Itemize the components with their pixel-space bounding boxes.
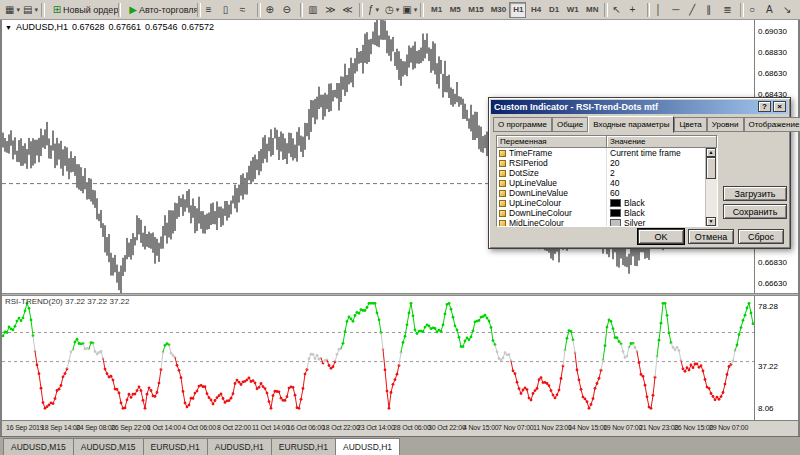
param-name-cell: MidLineColour <box>497 218 607 226</box>
dialog-tab-about[interactable]: О программе <box>493 117 552 132</box>
timeframe-m1-button[interactable]: M1 <box>427 2 445 18</box>
zoom-in-button[interactable]: ⊕ <box>264 2 280 18</box>
dialog-tab-levels[interactable]: Уровни <box>707 117 744 132</box>
column-value[interactable]: Значение <box>607 136 717 148</box>
param-row-MidLineColour[interactable]: MidLineColourSilver <box>497 218 706 226</box>
toolbar-separator <box>604 3 608 17</box>
vertical-line-button[interactable]: │ <box>653 2 669 18</box>
indicator-axis-label: 8.06 <box>758 404 774 413</box>
close-button[interactable]: × <box>773 101 786 112</box>
timeframe-d1-button[interactable]: D1 <box>545 2 562 18</box>
param-value-cell[interactable]: 2 <box>607 168 706 178</box>
param-value-cell[interactable]: 20 <box>607 158 706 168</box>
cancel-button[interactable]: Отмена <box>688 229 734 244</box>
equidistant-channel-button[interactable]: ∥ <box>704 2 720 18</box>
timeframe-m5-button[interactable]: M5 <box>446 2 464 18</box>
fibonacci-button[interactable]: ≣ <box>721 2 737 18</box>
chevron-down-icon[interactable]: ▼ <box>5 24 12 31</box>
save-button[interactable]: Сохранить <box>723 204 787 219</box>
cursor-button[interactable]: ↖ <box>611 2 627 18</box>
time-axis[interactable]: 16 Sep 201918 Sep 14:0024 Sep 08:0026 Se… <box>2 420 798 436</box>
dialog-bottom-buttons: OK Отмена Сброс <box>489 229 784 244</box>
chevron-down-icon: ▾ <box>34 6 38 14</box>
param-row-TimeFrame[interactable]: TimeFrameCurrent time frame <box>497 148 706 158</box>
auto-trading-icon: ▶ <box>129 3 137 17</box>
shapes-button[interactable]: ○ <box>747 2 763 18</box>
chart-tab-4[interactable]: EURUSD,H1 <box>271 438 336 455</box>
chart-tab-1[interactable]: AUDUSD,M15 <box>73 438 144 455</box>
trendline-button[interactable]: ╱ <box>687 2 703 18</box>
toolbar-separator <box>118 3 122 17</box>
param-row-RSIPeriod[interactable]: RSIPeriod20 <box>497 158 706 168</box>
param-name: DotSize <box>509 168 539 178</box>
crosshair-button[interactable]: + <box>628 2 644 18</box>
indicator-axis[interactable]: 78.2837.228.06 <box>754 296 798 420</box>
timeframe-mn-button[interactable]: MN <box>582 2 601 18</box>
periods-button[interactable]: ◷▾ <box>383 2 399 18</box>
fibonacci-icon: ≣ <box>723 3 731 17</box>
dialog-tab-visualization[interactable]: Отображение <box>744 117 800 132</box>
zoom-in-icon: ⊕ <box>266 3 274 17</box>
timeframe-m15-button[interactable]: M15 <box>464 2 485 18</box>
text-label-button[interactable]: A <box>764 2 780 18</box>
tile-windows-button[interactable]: ▥ <box>306 2 322 18</box>
chart-shift-button[interactable]: ≪ <box>340 2 356 18</box>
timeframe-h4-button[interactable]: H4 <box>527 2 544 18</box>
new-chart-button[interactable]: ▦▾ <box>3 2 20 18</box>
line-chart-button[interactable]: ≈ <box>238 2 254 18</box>
timeframe-m30-button[interactable]: M30 <box>487 2 508 18</box>
dialog-titlebar[interactable]: Custom Indicator - RSI-Trend-Dots mtf ? … <box>491 100 788 114</box>
arrow-tool-button[interactable]: ↘ <box>781 2 797 18</box>
param-value-cell[interactable]: Silver <box>607 218 706 226</box>
timeframe-h1-button[interactable]: H1 <box>509 2 526 18</box>
time-axis-label: 16 Sep 2019 <box>6 424 44 431</box>
param-name: TimeFrame <box>509 148 552 158</box>
new-order-button[interactable]: ⊞Новый ордер <box>48 2 115 18</box>
dialog-tab-colors[interactable]: Цвета <box>674 117 706 132</box>
scroll-down-icon[interactable]: ▼ <box>706 217 716 226</box>
param-value-cell[interactable]: Black <box>607 198 706 208</box>
param-row-DownLineValue[interactable]: DownLineValue60 <box>497 188 706 198</box>
profiles-button[interactable]: ▤▾ <box>21 2 38 18</box>
indicators-button[interactable]: ƒ▾ <box>366 2 382 18</box>
dialog-tab-common[interactable]: Общие <box>552 117 588 132</box>
rsi-dots-chart[interactable] <box>2 296 754 420</box>
param-row-UpLineValue[interactable]: UpLineValue40 <box>497 178 706 188</box>
auto-trading-button[interactable]: ▶Авто-торговля <box>124 2 194 18</box>
dialog-tab-inputs[interactable]: Входные параметры <box>588 116 674 133</box>
param-value-cell[interactable]: Black <box>607 208 706 218</box>
candlestick-chart-button[interactable]: ▯ <box>221 2 237 18</box>
zoom-out-button[interactable]: ⊖ <box>281 2 297 18</box>
auto-scroll-button[interactable]: ≫ <box>323 2 339 18</box>
shapes-icon: ○ <box>749 3 755 17</box>
param-value: Silver <box>624 218 645 226</box>
bar-chart-button[interactable]: ≡ <box>204 2 220 18</box>
param-row-UpLineColour[interactable]: UpLineColourBlack <box>497 198 706 208</box>
new-order-icon: ⊞ <box>53 3 61 17</box>
chart-tab-5[interactable]: AUDUSD,H1 <box>335 438 400 455</box>
scroll-up-icon[interactable]: ▲ <box>706 148 716 157</box>
bar-chart-icon: ≡ <box>206 3 212 17</box>
mt4-window: ▦▾▤▾⊞Новый ордер▶Авто-торговля≡▯≈⊕⊖▥≫≪ƒ▾… <box>0 0 800 455</box>
param-value-cell[interactable]: 40 <box>607 178 706 188</box>
time-axis-label: 19 Nov 07:00 <box>603 424 642 431</box>
profiles-icon: ▤ <box>23 3 32 17</box>
param-value-cell[interactable]: 60 <box>607 188 706 198</box>
templates-button[interactable]: ▣▾ <box>400 2 417 18</box>
scrollbar-thumb[interactable] <box>706 157 716 179</box>
scrollbar[interactable]: ▲ ▼ <box>705 148 717 226</box>
horizontal-line-button[interactable]: ─ <box>670 2 686 18</box>
param-row-DownLineColour[interactable]: DownLineColourBlack <box>497 208 706 218</box>
param-row-DotSize[interactable]: DotSize2 <box>497 168 706 178</box>
chart-tab-3[interactable]: AUDUSD,H1 <box>207 438 272 455</box>
load-button[interactable]: Загрузить <box>723 186 787 201</box>
vertical-line-icon: │ <box>655 3 661 17</box>
timeframe-w1-button[interactable]: W1 <box>563 2 581 18</box>
chart-tab-0[interactable]: AUDUSD,M15 <box>3 438 74 455</box>
column-variable[interactable]: Переменная <box>497 136 607 148</box>
help-button[interactable]: ? <box>758 101 771 112</box>
chart-tab-2[interactable]: EURUSD,H1 <box>143 438 208 455</box>
ok-button[interactable]: OK <box>638 229 684 244</box>
reset-button[interactable]: Сброс <box>738 229 784 244</box>
param-value-cell[interactable]: Current time frame <box>607 148 706 158</box>
